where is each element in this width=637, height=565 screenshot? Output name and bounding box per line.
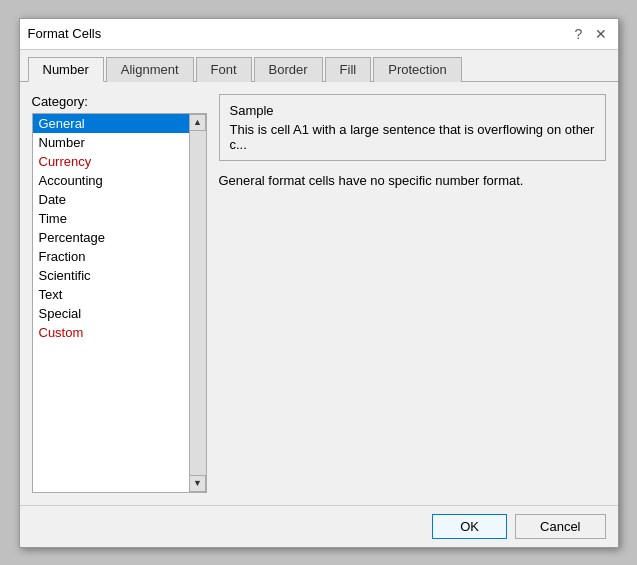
list-item[interactable]: Percentage xyxy=(33,228,189,247)
list-item[interactable]: Fraction xyxy=(33,247,189,266)
tab-border[interactable]: Border xyxy=(254,57,323,82)
list-item[interactable]: Text xyxy=(33,285,189,304)
scroll-down-button[interactable]: ▼ xyxy=(189,475,206,492)
scroll-up-button[interactable]: ▲ xyxy=(189,114,206,131)
cancel-button[interactable]: Cancel xyxy=(515,514,605,539)
scroll-track xyxy=(190,131,206,475)
help-button[interactable]: ? xyxy=(570,25,588,43)
category-list-container: GeneralNumberCurrencyAccountingDateTimeP… xyxy=(32,113,207,493)
list-item[interactable]: Special xyxy=(33,304,189,323)
ok-button[interactable]: OK xyxy=(432,514,507,539)
tabs-bar: NumberAlignmentFontBorderFillProtection xyxy=(20,50,618,82)
dialog-footer: OK Cancel xyxy=(20,505,618,547)
list-item[interactable]: Scientific xyxy=(33,266,189,285)
tab-alignment[interactable]: Alignment xyxy=(106,57,194,82)
list-item[interactable]: General xyxy=(33,114,189,133)
left-panel: Category: GeneralNumberCurrencyAccountin… xyxy=(32,94,207,493)
tab-number[interactable]: Number xyxy=(28,57,104,82)
sample-section: Sample This is cell A1 with a large sent… xyxy=(219,94,606,161)
dialog-title: Format Cells xyxy=(28,26,102,41)
list-item[interactable]: Currency xyxy=(33,152,189,171)
tab-font[interactable]: Font xyxy=(196,57,252,82)
category-list[interactable]: GeneralNumberCurrencyAccountingDateTimeP… xyxy=(33,114,189,492)
list-item[interactable]: Number xyxy=(33,133,189,152)
dialog-content: Category: GeneralNumberCurrencyAccountin… xyxy=(20,82,618,505)
right-panel: Sample This is cell A1 with a large sent… xyxy=(219,94,606,493)
list-item[interactable]: Accounting xyxy=(33,171,189,190)
title-bar-controls: ? ✕ xyxy=(570,25,610,43)
sample-label: Sample xyxy=(230,103,595,118)
description-text: General format cells have no specific nu… xyxy=(219,171,606,191)
list-item[interactable]: Custom xyxy=(33,323,189,342)
tab-protection[interactable]: Protection xyxy=(373,57,462,82)
list-item[interactable]: Date xyxy=(33,190,189,209)
list-and-scroll: GeneralNumberCurrencyAccountingDateTimeP… xyxy=(33,114,206,492)
sample-text: This is cell A1 with a large sentence th… xyxy=(230,122,595,152)
title-bar: Format Cells ? ✕ xyxy=(20,19,618,50)
format-cells-dialog: Format Cells ? ✕ NumberAlignmentFontBord… xyxy=(19,18,619,548)
tab-fill[interactable]: Fill xyxy=(325,57,372,82)
category-label: Category: xyxy=(32,94,207,109)
list-item[interactable]: Time xyxy=(33,209,189,228)
close-button[interactable]: ✕ xyxy=(592,25,610,43)
scrollbar: ▲ ▼ xyxy=(189,114,206,492)
